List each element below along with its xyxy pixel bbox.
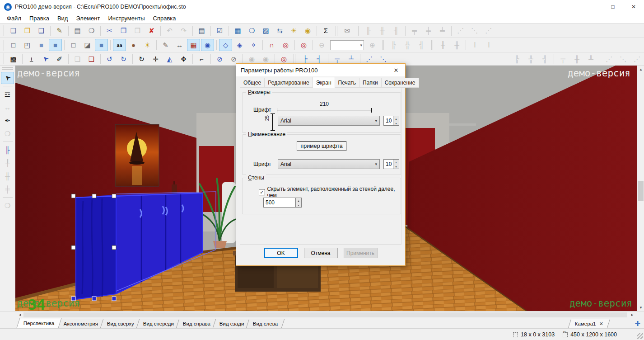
mirror-button[interactable]: ◭: [163, 53, 176, 65]
scroll-down-button[interactable]: ▾: [637, 304, 644, 311]
vertical-scroll-thumb[interactable]: [638, 181, 644, 201]
stretch-button[interactable]: ✥: [177, 53, 190, 65]
dialog-tab-screen[interactable]: Экран: [313, 77, 335, 88]
rotate-free-button[interactable]: ↻: [135, 53, 148, 65]
project-check-button[interactable]: ☑: [213, 24, 226, 37]
structure-window-button[interactable]: ▨: [259, 24, 272, 37]
view-tab-right[interactable]: Вид справа: [176, 319, 217, 328]
print-preview-button[interactable]: ❍: [85, 24, 98, 37]
dimensions-window-button[interactable]: ⇆: [273, 24, 286, 37]
menu-view[interactable]: Вид: [53, 14, 72, 23]
scroll-right-button[interactable]: ▸: [629, 312, 636, 318]
price-window-button[interactable]: ◉: [301, 24, 314, 37]
view-hidden-button[interactable]: ◰: [21, 39, 34, 51]
ok-button[interactable]: OK: [264, 248, 298, 258]
dialog-tab-saving[interactable]: Сохранение: [381, 78, 419, 88]
vertical-scrollbar[interactable]: ▴ ▾: [637, 66, 644, 311]
cancel-button[interactable]: Отмена: [304, 248, 338, 258]
dialog-tab-print[interactable]: Печать: [335, 78, 359, 88]
print-button[interactable]: ▤: [71, 24, 84, 37]
show-handles-button[interactable]: ●: [127, 39, 140, 51]
zoom-window-button[interactable]: ❍: [245, 24, 258, 37]
pattern-fill-button[interactable]: ▩: [7, 53, 20, 65]
scroll-up-button[interactable]: ▴: [637, 66, 644, 73]
spin-down-icon[interactable]: ▾: [393, 164, 399, 169]
resize-grip[interactable]: [637, 333, 643, 339]
magnet-button[interactable]: ∩: [265, 39, 278, 51]
camera-tab-close-icon[interactable]: ✕: [599, 321, 603, 327]
naming-font-size-spinner[interactable]: 10 ▴▾: [383, 159, 399, 169]
dialog-tab-editing[interactable]: Редактирование: [264, 78, 313, 88]
minimize-button[interactable]: ─: [582, 0, 602, 14]
draw-shape-button[interactable]: ✐: [53, 53, 66, 65]
wall-distance-spinner[interactable]: 500 ▴▾: [263, 198, 302, 208]
show-grid-button[interactable]: ▦: [187, 39, 200, 51]
horizontal-scroll-thumb[interactable]: [23, 312, 627, 317]
lighting-window-button[interactable]: ☀: [287, 24, 300, 37]
view-outline-button[interactable]: □: [67, 39, 80, 51]
snap-grid-button[interactable]: ◇: [219, 39, 232, 51]
toolbar-grip[interactable]: [2, 53, 4, 64]
menu-element[interactable]: Элемент: [72, 14, 104, 23]
rotate-vertical-cw-button[interactable]: ↻: [117, 53, 130, 65]
pen-tool-button[interactable]: ✒: [1, 114, 14, 127]
view-wireframe-button[interactable]: □: [7, 39, 20, 51]
summary-sigma-button[interactable]: Σ: [319, 24, 332, 37]
sizes-font-size-spinner[interactable]: 10 ▴▾: [383, 116, 399, 126]
zoom-level-combo[interactable]: ▾: [330, 40, 364, 50]
spin-up-icon[interactable]: ▴: [393, 160, 399, 164]
center-camera-button[interactable]: ◎: [297, 39, 310, 51]
spin-up-icon[interactable]: ▴: [393, 116, 399, 121]
align-to-wall-button[interactable]: ╟: [1, 144, 14, 156]
show-dimensions-button[interactable]: ↔: [173, 39, 186, 51]
report-window-button[interactable]: ▦: [231, 24, 244, 37]
view-tab-top[interactable]: Вид сверху: [100, 319, 141, 328]
send-mail-button[interactable]: ✉: [341, 24, 354, 37]
toolbar-grip[interactable]: [2, 40, 4, 51]
view-solid-button[interactable]: ■: [95, 39, 108, 51]
maximize-button[interactable]: □: [602, 0, 623, 14]
spin-down-icon[interactable]: ▾: [393, 121, 399, 125]
wall-tool-button[interactable]: ☲: [1, 88, 14, 100]
hide-behind-wall-checkbox[interactable]: ✓: [259, 189, 265, 195]
sailboat-painting[interactable]: [115, 124, 159, 186]
show-lights-button[interactable]: ☀: [141, 39, 154, 51]
show-texts-button[interactable]: aa: [113, 39, 126, 51]
ungroup-button[interactable]: ❑: [85, 53, 98, 65]
show-frames-button[interactable]: ◉: [201, 39, 214, 51]
hide-selected-button[interactable]: ⊘: [213, 53, 226, 65]
toolbar-grip[interactable]: [2, 67, 13, 70]
move-tool-button[interactable]: ✛: [149, 53, 162, 65]
edit-profile-button[interactable]: ⌐: [195, 53, 208, 65]
snap-points-button[interactable]: ◈: [233, 39, 246, 51]
spin-up-icon[interactable]: ▴: [296, 198, 301, 203]
edit-sheet-button[interactable]: ✎: [53, 24, 66, 37]
save-project-button[interactable]: ❑: [35, 24, 48, 37]
cut-button[interactable]: ✂: [103, 24, 116, 37]
view-colors-button[interactable]: ■: [35, 39, 48, 51]
add-camera-button[interactable]: ✚: [635, 320, 640, 328]
copy-button[interactable]: ❐: [117, 24, 130, 37]
dialog-tab-general[interactable]: Общее: [240, 78, 265, 88]
view-sketch-button[interactable]: ◪: [81, 39, 94, 51]
menu-file[interactable]: Файл: [3, 14, 25, 23]
select-pointer-button[interactable]: ➤: [39, 53, 52, 65]
dialog-close-button[interactable]: ✕: [387, 64, 405, 76]
select-tool-button[interactable]: ➤: [1, 72, 14, 84]
rotate-vertical-ccw-button[interactable]: ↺: [103, 53, 116, 65]
menu-edit[interactable]: Правка: [25, 14, 53, 23]
view-tab-front[interactable]: Вид спереди: [136, 319, 181, 328]
menu-tools[interactable]: Инструменты: [104, 14, 149, 23]
scroll-left-button[interactable]: ◂: [16, 312, 23, 318]
properties-button[interactable]: ▤: [195, 24, 208, 37]
delete-button[interactable]: ✘: [145, 24, 158, 37]
spin-down-icon[interactable]: ▾: [296, 203, 301, 207]
show-tags-button[interactable]: ✎: [159, 39, 172, 51]
toolbar-grip[interactable]: [2, 25, 4, 36]
new-project-button[interactable]: ❏: [7, 24, 20, 37]
insert-element-button[interactable]: ±: [25, 53, 38, 65]
open-project-button[interactable]: ❒: [21, 24, 34, 37]
dialog-tab-folders[interactable]: Папки: [359, 78, 382, 88]
view-tab-perspective[interactable]: Перспектива: [16, 318, 61, 328]
view-textures-button[interactable]: ■: [49, 39, 62, 51]
